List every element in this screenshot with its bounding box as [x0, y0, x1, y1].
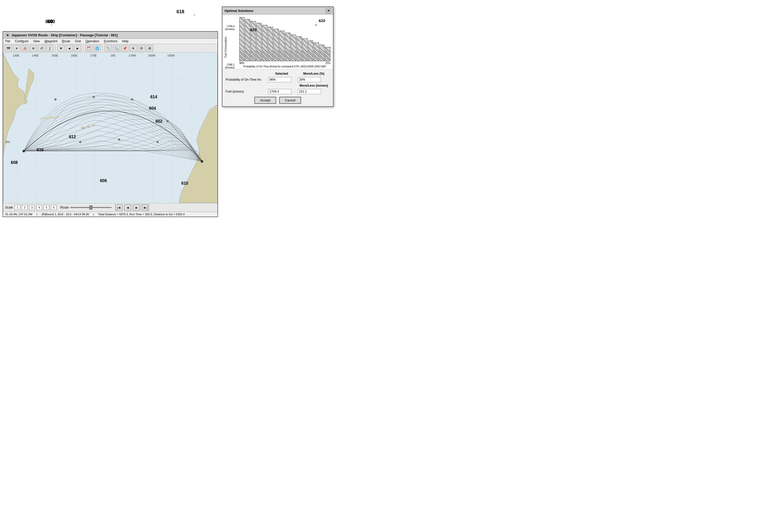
svg-text:616: 616 — [37, 148, 44, 152]
chart-bar-3 — [256, 23, 261, 61]
scale-btn-4[interactable]: 4 — [36, 205, 42, 210]
toolbar-ship-btn[interactable]: ⛵ — [21, 45, 29, 51]
map-area: 130E 140E 150E 160E 170E 180 170W 160W 1… — [3, 53, 217, 203]
svg-text:170W: 170W — [129, 54, 136, 57]
menu-view[interactable]: View — [32, 39, 40, 43]
x-left-label: 98% — [239, 62, 245, 65]
toolbar-wave-btn[interactable]: ≋ — [30, 45, 37, 51]
svg-text:160W: 160W — [148, 54, 155, 57]
x-right-label: 70% — [325, 62, 330, 65]
menu-waypoint[interactable]: Waypoint — [44, 39, 58, 43]
svg-text:612: 612 — [69, 135, 76, 139]
svg-point-30 — [92, 124, 95, 126]
chart-bar-8 — [285, 33, 290, 61]
scale-btn-1[interactable]: 1 — [14, 205, 20, 210]
slider-thumb[interactable] — [89, 205, 93, 210]
svg-text:170E: 170E — [90, 54, 97, 57]
toolbar-clock-btn[interactable]: ⏰ — [85, 45, 93, 51]
nav-next-btn[interactable]: ► — [133, 204, 140, 211]
dialog-buttons: Accept Cancel — [225, 97, 330, 104]
svg-text:608: 608 — [11, 160, 18, 165]
toolbar-zoom-btn[interactable]: 🔍 — [113, 45, 120, 51]
cancel-button[interactable]: Cancel — [279, 97, 301, 104]
menu-functions[interactable]: Functions — [103, 39, 118, 43]
chart-bar-4 — [262, 25, 267, 61]
col-more-less-tonnes-header: More/Less (tonnes) — [298, 84, 330, 87]
toolbar-integral-btn[interactable]: ∫ — [46, 45, 54, 51]
y-top-value: 1709.4 (tonnes) — [225, 25, 235, 31]
scale-btn-6[interactable]: 6 — [51, 205, 57, 210]
scale-btn-3[interactable]: 3 — [29, 205, 35, 210]
toolbar-dropdown-arrow[interactable]: ▼ — [13, 45, 20, 51]
svg-text:604: 604 — [149, 106, 156, 111]
toolbar-map-btn[interactable]: 🗺 — [5, 45, 12, 51]
nav-last-btn[interactable]: ►| — [142, 204, 149, 211]
toolbar-settings-btn[interactable]: ⚙ — [146, 45, 153, 51]
nav-first-btn[interactable]: |◄ — [115, 204, 122, 211]
svg-text:606: 606 — [100, 179, 107, 183]
svg-text:150W: 150W — [168, 54, 175, 57]
route-label: Route — [60, 206, 69, 209]
y-axis: Fuel Consumption 1709.4 (tonnes) 1348.1 … — [225, 25, 239, 69]
dialog-title-text: Optimal Solutions — [224, 9, 253, 13]
toolbar-plane-btn[interactable]: ✈ — [130, 45, 137, 51]
bound-display: (R)Bound 1, 8/16 - 18.0 - 04/14 06:36 — [41, 213, 89, 216]
scale-btn-5[interactable]: 5 — [44, 205, 49, 210]
accept-button[interactable]: Accept — [254, 97, 276, 104]
chart-bar-6 — [274, 29, 279, 61]
toolbar-globe-btn[interactable]: 🌐 — [94, 45, 101, 51]
position-display: 41-19.4N, 147-51.0W — [5, 213, 32, 216]
x-axis: 98% 70% — [239, 61, 330, 65]
svg-text:614: 614 — [150, 95, 157, 99]
form-area: Selected More/Less (%) Probability of On… — [222, 69, 333, 106]
chart-bar-14 — [320, 45, 325, 61]
x-axis-label: Probability of On-Time Arrival for sched… — [239, 65, 330, 69]
menu-help[interactable]: Help — [121, 39, 129, 43]
menu-configure[interactable]: Configure — [14, 39, 29, 43]
chart-bar-13 — [314, 42, 319, 61]
menu-file[interactable]: File — [5, 39, 11, 43]
menu-route[interactable]: Route — [62, 39, 71, 43]
toolbar-sep-2 — [83, 45, 83, 51]
toolbar-wrench-btn[interactable]: 🔧 — [105, 45, 112, 51]
chart-bar-2 — [251, 21, 256, 61]
row2-label: Fuel (tonnes) — [225, 90, 265, 93]
svg-text:602: 602 — [155, 119, 163, 123]
toolbar-prev-btn[interactable]: ◄ — [66, 45, 73, 51]
nav-prev-btn[interactable]: ◄ — [124, 204, 131, 211]
row1-more-less-input[interactable] — [298, 77, 321, 82]
scale-btn-2[interactable]: 2 — [22, 205, 28, 210]
chart-label-620: 620 — [319, 18, 325, 23]
row2-selected-input[interactable] — [268, 89, 291, 94]
y-bottom-value: 1348.1 (tonnes) — [225, 63, 235, 69]
menu-bar: File Configure View Waypoint Route Grid … — [3, 39, 217, 44]
toolbar-rotate-btn[interactable]: ↺ — [38, 45, 45, 51]
svg-point-28 — [81, 126, 85, 129]
bottom-bar: Scale 1 2 3 4 5 6 Route |◄ ◄ ► ►| — [3, 203, 217, 212]
dialog-title-bar: Optimal Solutions ✕ — [222, 7, 333, 14]
toolbar-next-btn[interactable]: ► — [74, 45, 81, 51]
form-grid: Selected More/Less (%) Probability of On… — [225, 72, 330, 94]
chart-bar-0 — [239, 17, 245, 61]
map-svg: 130E 140E 150E 160E 170E 180 170W 160W 1… — [3, 53, 217, 203]
menu-operation[interactable]: Operation — [85, 39, 100, 43]
svg-text:150E: 150E — [51, 54, 58, 57]
toolbar-refresh-btn[interactable]: ⟳ — [138, 45, 145, 51]
menu-grid[interactable]: Grid — [74, 39, 81, 43]
route-slider-track[interactable] — [70, 207, 112, 208]
svg-rect-0 — [3, 53, 217, 202]
row1-selected-input[interactable] — [268, 77, 291, 82]
svg-text:130E: 130E — [13, 54, 20, 57]
dialog-close-btn[interactable]: ✕ — [326, 8, 331, 13]
chart-bar-9 — [291, 35, 296, 61]
chart-bar-7 — [279, 31, 284, 61]
col-selected-header: Selected — [268, 72, 295, 75]
row2-more-less-input[interactable] — [298, 89, 321, 94]
chart-label-622: 622 — [250, 28, 257, 32]
toolbar-sep-1 — [55, 45, 56, 51]
chart-area: Fuel Consumption 1709.4 (tonnes) 1348.1 … — [222, 14, 333, 69]
toolbar-pin-btn[interactable]: 📌 — [121, 45, 129, 51]
status-bar: 41-19.4N, 147-51.0W | (R)Bound 1, 8/16 -… — [3, 212, 217, 217]
optimal-dialog: Optimal Solutions ✕ Fuel Consumption 170… — [222, 6, 333, 107]
toolbar-dropdown2[interactable]: ▼ — [57, 45, 65, 51]
